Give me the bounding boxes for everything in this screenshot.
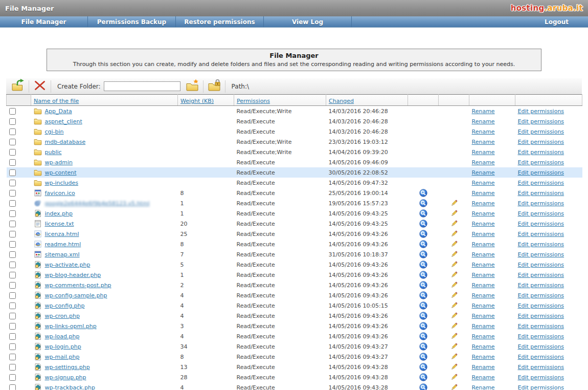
rename-link[interactable]: Rename <box>472 333 495 340</box>
row-checkbox[interactable] <box>9 210 16 217</box>
row-checkbox[interactable] <box>9 221 16 227</box>
file-name-link[interactable]: wp-activate.php <box>45 262 91 268</box>
rename-link[interactable]: Rename <box>472 323 495 330</box>
preview-file-icon[interactable] <box>419 373 427 381</box>
file-name-link[interactable]: sitemap.xml <box>45 251 80 258</box>
row-checkbox[interactable] <box>9 302 16 309</box>
row-checkbox[interactable] <box>9 364 16 371</box>
row-checkbox[interactable] <box>9 251 16 258</box>
row-checkbox[interactable] <box>9 149 16 156</box>
preview-file-icon[interactable] <box>419 301 427 310</box>
edit-permissions-link[interactable]: Edit permissions <box>518 251 564 258</box>
preview-file-icon[interactable] <box>419 291 427 299</box>
file-name-link[interactable]: wp-login.php <box>45 343 81 350</box>
edit-permissions-link[interactable]: Edit permissions <box>518 149 564 156</box>
edit-file-icon[interactable] <box>450 332 458 340</box>
file-name-link[interactable]: wp-blog-header.php <box>45 272 101 278</box>
preview-file-icon[interactable] <box>419 199 427 207</box>
file-name-link[interactable]: wp-admin <box>45 159 73 166</box>
file-name-link[interactable]: wp-comments-post.php <box>45 282 111 289</box>
preview-file-icon[interactable] <box>419 271 427 279</box>
nav-item-permissions-backup[interactable]: Permissions Backup <box>88 16 176 27</box>
nav-item-restore-permissions[interactable]: Restore permissions <box>176 16 264 27</box>
preview-file-icon[interactable] <box>419 342 427 351</box>
row-checkbox[interactable] <box>9 159 16 166</box>
edit-file-icon[interactable] <box>450 230 458 238</box>
edit-permissions-link[interactable]: Edit permissions <box>518 108 564 115</box>
rename-link[interactable]: Rename <box>472 302 495 309</box>
edit-file-icon[interactable] <box>450 353 458 361</box>
nav-item-file-manager[interactable]: File Manager <box>0 16 88 27</box>
file-name-link[interactable]: mdb-database <box>45 139 86 145</box>
edit-file-icon[interactable] <box>450 271 458 279</box>
edit-file-icon[interactable] <box>450 240 458 248</box>
edit-file-icon[interactable] <box>450 301 458 310</box>
row-checkbox[interactable] <box>9 292 16 299</box>
row-checkbox[interactable] <box>9 343 16 350</box>
edit-file-icon[interactable] <box>450 373 458 381</box>
rename-link[interactable]: Rename <box>472 251 495 258</box>
rename-link[interactable]: Rename <box>472 128 495 135</box>
row-checkbox[interactable] <box>9 313 16 319</box>
file-name-link[interactable]: wp-trackback.php <box>45 384 96 390</box>
edit-permissions-link[interactable]: Edit permissions <box>518 313 564 319</box>
rename-link[interactable]: Rename <box>472 374 495 381</box>
edit-file-icon[interactable] <box>450 250 458 258</box>
file-name-link[interactable]: wp-load.php <box>45 333 80 340</box>
file-name-link[interactable]: wp-settings.php <box>45 364 90 371</box>
rename-link[interactable]: Rename <box>472 200 495 207</box>
edit-permissions-link[interactable]: Edit permissions <box>518 262 564 268</box>
rename-link[interactable]: Rename <box>472 364 495 371</box>
row-checkbox[interactable] <box>9 231 16 237</box>
row-checkbox[interactable] <box>9 169 16 176</box>
row-checkbox[interactable] <box>9 262 16 268</box>
preview-file-icon[interactable] <box>419 189 427 197</box>
row-checkbox[interactable] <box>9 384 16 390</box>
row-checkbox[interactable] <box>9 108 16 115</box>
edit-permissions-link[interactable]: Edit permissions <box>518 333 564 340</box>
rename-link[interactable]: Rename <box>472 343 495 350</box>
edit-permissions-link[interactable]: Edit permissions <box>518 272 564 278</box>
preview-file-icon[interactable] <box>419 220 427 228</box>
preview-file-icon[interactable] <box>419 332 427 340</box>
rename-link[interactable]: Rename <box>472 149 495 156</box>
nav-item-view-log[interactable]: View Log <box>264 16 352 27</box>
rename-link[interactable]: Rename <box>472 231 495 237</box>
edit-permissions-link[interactable]: Edit permissions <box>518 190 564 197</box>
edit-file-icon[interactable] <box>450 322 458 330</box>
preview-file-icon[interactable] <box>419 209 427 218</box>
rename-link[interactable]: Rename <box>472 221 495 227</box>
delete-button[interactable] <box>31 79 49 94</box>
edit-permissions-link[interactable]: Edit permissions <box>518 354 564 360</box>
sort-by-changed-link[interactable]: Changed <box>329 98 354 104</box>
file-name-link[interactable]: wp-includes <box>45 180 79 186</box>
rename-link[interactable]: Rename <box>472 292 495 299</box>
sort-by-permissions-link[interactable]: Permissions <box>237 98 270 104</box>
file-name-link[interactable]: aspnet_client <box>45 118 82 125</box>
file-name-link[interactable]: favicon.ico <box>45 190 75 197</box>
row-checkbox[interactable] <box>9 128 16 135</box>
preview-file-icon[interactable] <box>419 312 427 320</box>
edit-permissions-link[interactable]: Edit permissions <box>518 128 564 135</box>
file-name-link[interactable]: index.php <box>45 210 73 217</box>
preview-file-icon[interactable] <box>419 353 427 361</box>
rename-link[interactable]: Rename <box>472 384 495 390</box>
create-folder-button[interactable] <box>184 79 201 94</box>
file-name-link[interactable]: wp-signup.php <box>45 374 86 381</box>
logout-button[interactable]: Logout <box>545 16 588 27</box>
file-name-link[interactable]: wp-config-sample.php <box>45 292 107 299</box>
rename-link[interactable]: Rename <box>472 108 495 115</box>
sort-by-name-link[interactable]: Name of the file <box>34 98 79 104</box>
preview-file-icon[interactable] <box>419 261 427 269</box>
rename-link[interactable]: Rename <box>472 159 495 166</box>
file-name-link[interactable]: wp-links-opml.php <box>45 323 97 330</box>
rename-link[interactable]: Rename <box>472 282 495 289</box>
rename-link[interactable]: Rename <box>472 139 495 145</box>
sort-by-weight-link[interactable]: Weight (KB) <box>180 98 214 104</box>
edit-file-icon[interactable] <box>450 312 458 320</box>
row-checkbox[interactable] <box>9 180 16 186</box>
edit-permissions-link[interactable]: Edit permissions <box>518 364 564 371</box>
row-checkbox[interactable] <box>9 200 16 207</box>
edit-permissions-link[interactable]: Edit permissions <box>518 169 564 176</box>
rename-link[interactable]: Rename <box>472 354 495 360</box>
